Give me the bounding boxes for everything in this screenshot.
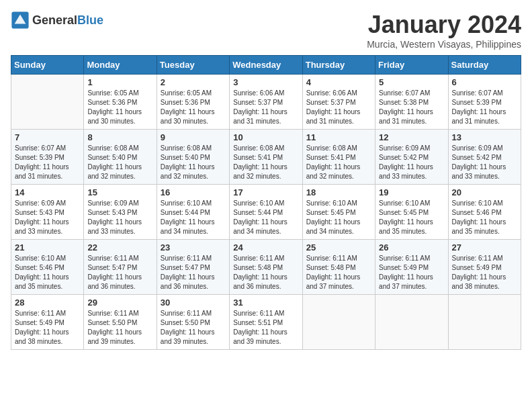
- cell-content: Sunrise: 6:11 AM Sunset: 5:47 PM Dayligh…: [161, 254, 226, 291]
- cell-content: Sunrise: 6:07 AM Sunset: 5:39 PM Dayligh…: [15, 144, 80, 181]
- calendar-cell: 9Sunrise: 6:08 AM Sunset: 5:40 PM Daylig…: [157, 130, 229, 185]
- calendar-cell: 20Sunrise: 6:10 AM Sunset: 5:46 PM Dayli…: [448, 185, 521, 240]
- calendar-cell: 21Sunrise: 6:10 AM Sunset: 5:46 PM Dayli…: [11, 240, 84, 295]
- day-number: 28: [15, 298, 80, 308]
- cell-content: Sunrise: 6:05 AM Sunset: 5:36 PM Dayligh…: [161, 89, 226, 126]
- cell-content: Sunrise: 6:10 AM Sunset: 5:45 PM Dayligh…: [379, 199, 444, 236]
- cell-content: Sunrise: 6:11 AM Sunset: 5:48 PM Dayligh…: [233, 254, 298, 291]
- day-number: 4: [306, 77, 371, 87]
- day-number: 25: [306, 242, 371, 253]
- logo-text-blue: Blue: [77, 13, 103, 27]
- cell-content: Sunrise: 6:11 AM Sunset: 5:48 PM Dayligh…: [306, 254, 371, 291]
- cell-content: Sunrise: 6:11 AM Sunset: 5:49 PM Dayligh…: [379, 254, 444, 291]
- calendar-cell: [448, 295, 521, 350]
- calendar-cell: 8Sunrise: 6:08 AM Sunset: 5:40 PM Daylig…: [84, 130, 157, 185]
- calendar-cell: 13Sunrise: 6:09 AM Sunset: 5:42 PM Dayli…: [448, 130, 521, 185]
- cell-content: Sunrise: 6:10 AM Sunset: 5:46 PM Dayligh…: [452, 199, 517, 236]
- weekday-header-friday: Friday: [375, 56, 448, 75]
- calendar-cell: 12Sunrise: 6:09 AM Sunset: 5:42 PM Dayli…: [375, 130, 448, 185]
- cell-content: Sunrise: 6:10 AM Sunset: 5:45 PM Dayligh…: [306, 199, 371, 236]
- calendar-cell: 23Sunrise: 6:11 AM Sunset: 5:47 PM Dayli…: [157, 240, 229, 295]
- day-number: 27: [452, 242, 517, 253]
- day-number: 23: [161, 242, 226, 253]
- day-number: 5: [379, 77, 444, 87]
- calendar-week-row: 21Sunrise: 6:10 AM Sunset: 5:46 PM Dayli…: [11, 240, 521, 295]
- day-number: 19: [379, 187, 444, 197]
- day-number: 12: [379, 132, 444, 142]
- day-number: 3: [233, 77, 298, 87]
- calendar-cell: 4Sunrise: 6:06 AM Sunset: 5:37 PM Daylig…: [302, 75, 375, 130]
- weekday-header-wednesday: Wednesday: [230, 56, 302, 75]
- location-title: Murcia, Western Visayas, Philippines: [367, 39, 521, 50]
- day-number: 22: [87, 242, 152, 253]
- calendar-cell: 7Sunrise: 6:07 AM Sunset: 5:39 PM Daylig…: [11, 130, 84, 185]
- calendar-cell: 25Sunrise: 6:11 AM Sunset: 5:48 PM Dayli…: [302, 240, 375, 295]
- calendar-cell: 16Sunrise: 6:10 AM Sunset: 5:44 PM Dayli…: [157, 185, 229, 240]
- weekday-header-saturday: Saturday: [448, 56, 521, 75]
- calendar-cell: 30Sunrise: 6:11 AM Sunset: 5:50 PM Dayli…: [157, 295, 229, 350]
- calendar-cell: [11, 75, 84, 130]
- calendar-cell: 27Sunrise: 6:11 AM Sunset: 5:49 PM Dayli…: [448, 240, 521, 295]
- calendar-table: SundayMondayTuesdayWednesdayThursdayFrid…: [11, 55, 521, 350]
- cell-content: Sunrise: 6:08 AM Sunset: 5:40 PM Dayligh…: [161, 144, 226, 181]
- logo: GeneralBlue: [11, 11, 103, 30]
- weekday-header-monday: Monday: [84, 56, 157, 75]
- calendar-cell: [302, 295, 375, 350]
- day-number: 14: [15, 187, 80, 197]
- calendar-cell: 28Sunrise: 6:11 AM Sunset: 5:49 PM Dayli…: [11, 295, 84, 350]
- day-number: 8: [87, 132, 152, 142]
- cell-content: Sunrise: 6:11 AM Sunset: 5:47 PM Dayligh…: [87, 254, 152, 291]
- cell-content: Sunrise: 6:11 AM Sunset: 5:49 PM Dayligh…: [452, 254, 517, 291]
- calendar-cell: 14Sunrise: 6:09 AM Sunset: 5:43 PM Dayli…: [11, 185, 84, 240]
- day-number: 20: [452, 187, 517, 197]
- weekday-header-thursday: Thursday: [302, 56, 375, 75]
- cell-content: Sunrise: 6:11 AM Sunset: 5:49 PM Dayligh…: [15, 309, 80, 347]
- day-number: 26: [379, 242, 444, 253]
- cell-content: Sunrise: 6:05 AM Sunset: 5:36 PM Dayligh…: [87, 89, 152, 126]
- title-area: January 2024 Murcia, Western Visayas, Ph…: [367, 11, 521, 50]
- cell-content: Sunrise: 6:06 AM Sunset: 5:37 PM Dayligh…: [306, 89, 371, 126]
- calendar-week-row: 28Sunrise: 6:11 AM Sunset: 5:49 PM Dayli…: [11, 295, 521, 350]
- cell-content: Sunrise: 6:11 AM Sunset: 5:51 PM Dayligh…: [233, 309, 298, 347]
- cell-content: Sunrise: 6:10 AM Sunset: 5:44 PM Dayligh…: [233, 199, 298, 236]
- calendar-week-row: 7Sunrise: 6:07 AM Sunset: 5:39 PM Daylig…: [11, 130, 521, 185]
- cell-content: Sunrise: 6:09 AM Sunset: 5:42 PM Dayligh…: [452, 144, 517, 181]
- calendar-cell: 6Sunrise: 6:07 AM Sunset: 5:39 PM Daylig…: [448, 75, 521, 130]
- calendar-cell: 24Sunrise: 6:11 AM Sunset: 5:48 PM Dayli…: [230, 240, 302, 295]
- day-number: 17: [233, 187, 298, 197]
- cell-content: Sunrise: 6:07 AM Sunset: 5:39 PM Dayligh…: [452, 89, 517, 126]
- calendar-cell: [375, 295, 448, 350]
- day-number: 16: [161, 187, 226, 197]
- logo-text-general: General: [32, 13, 77, 27]
- calendar-cell: 15Sunrise: 6:09 AM Sunset: 5:43 PM Dayli…: [84, 185, 157, 240]
- cell-content: Sunrise: 6:08 AM Sunset: 5:41 PM Dayligh…: [233, 144, 298, 181]
- cell-content: Sunrise: 6:11 AM Sunset: 5:50 PM Dayligh…: [87, 309, 152, 347]
- day-number: 9: [161, 132, 226, 142]
- header: GeneralBlue January 2024 Murcia, Western…: [11, 11, 521, 50]
- cell-content: Sunrise: 6:07 AM Sunset: 5:38 PM Dayligh…: [379, 89, 444, 126]
- calendar-cell: 2Sunrise: 6:05 AM Sunset: 5:36 PM Daylig…: [157, 75, 229, 130]
- cell-content: Sunrise: 6:10 AM Sunset: 5:46 PM Dayligh…: [15, 254, 80, 291]
- day-number: 29: [87, 298, 152, 308]
- calendar-cell: 29Sunrise: 6:11 AM Sunset: 5:50 PM Dayli…: [84, 295, 157, 350]
- calendar-cell: 10Sunrise: 6:08 AM Sunset: 5:41 PM Dayli…: [230, 130, 302, 185]
- calendar-cell: 26Sunrise: 6:11 AM Sunset: 5:49 PM Dayli…: [375, 240, 448, 295]
- cell-content: Sunrise: 6:08 AM Sunset: 5:41 PM Dayligh…: [306, 144, 371, 181]
- cell-content: Sunrise: 6:09 AM Sunset: 5:43 PM Dayligh…: [15, 199, 80, 236]
- calendar-week-row: 14Sunrise: 6:09 AM Sunset: 5:43 PM Dayli…: [11, 185, 521, 240]
- day-number: 15: [87, 187, 152, 197]
- day-number: 31: [233, 298, 298, 308]
- calendar-cell: 17Sunrise: 6:10 AM Sunset: 5:44 PM Dayli…: [230, 185, 302, 240]
- calendar-cell: 19Sunrise: 6:10 AM Sunset: 5:45 PM Dayli…: [375, 185, 448, 240]
- day-number: 10: [233, 132, 298, 142]
- calendar-week-row: 1Sunrise: 6:05 AM Sunset: 5:36 PM Daylig…: [11, 75, 521, 130]
- day-number: 7: [15, 132, 80, 142]
- calendar-cell: 11Sunrise: 6:08 AM Sunset: 5:41 PM Dayli…: [302, 130, 375, 185]
- day-number: 24: [233, 242, 298, 253]
- weekday-header-tuesday: Tuesday: [157, 56, 229, 75]
- calendar-cell: 1Sunrise: 6:05 AM Sunset: 5:36 PM Daylig…: [84, 75, 157, 130]
- day-number: 30: [161, 298, 226, 308]
- cell-content: Sunrise: 6:11 AM Sunset: 5:50 PM Dayligh…: [161, 309, 226, 347]
- calendar-cell: 18Sunrise: 6:10 AM Sunset: 5:45 PM Dayli…: [302, 185, 375, 240]
- day-number: 11: [306, 132, 371, 142]
